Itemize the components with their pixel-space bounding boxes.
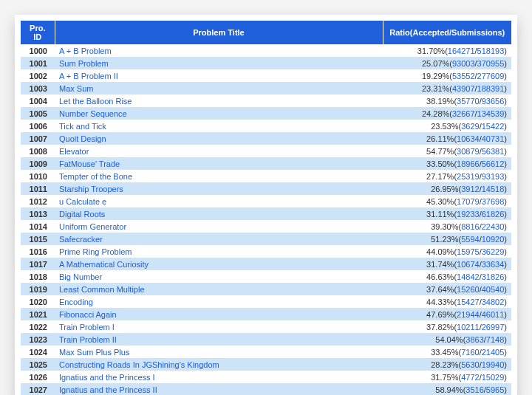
submissions-link[interactable]: 370955 (477, 59, 505, 68)
submissions-link[interactable]: 26997 (482, 323, 505, 332)
accepted-link[interactable]: 30879 (457, 147, 480, 156)
accepted-link[interactable]: 21944 (457, 310, 480, 319)
problem-link[interactable]: Max Sum (59, 84, 93, 93)
accepted-link[interactable]: 15260 (457, 285, 480, 294)
problem-link[interactable]: Safecracker (59, 235, 103, 244)
problem-link[interactable]: Number Sequence (59, 109, 127, 118)
submissions-link[interactable]: 93193 (482, 172, 505, 181)
accepted-link[interactable]: 15427 (457, 298, 480, 306)
accepted-link[interactable]: 8816 (461, 222, 479, 231)
accepted-link[interactable]: 19233 (457, 210, 480, 219)
submissions-link[interactable]: 21405 (482, 348, 505, 357)
accepted-link[interactable]: 15975 (457, 247, 480, 256)
accepted-link[interactable]: 3912 (461, 185, 479, 193)
accepted-link[interactable]: 3863 (466, 335, 483, 344)
submissions-link[interactable]: 15029 (482, 373, 505, 382)
accepted-link[interactable]: 164271 (448, 47, 475, 55)
submissions-link[interactable]: 56612 (482, 159, 505, 168)
submissions-link[interactable]: 40731 (482, 134, 505, 143)
col-header-id[interactable]: Pro. ID (21, 21, 55, 44)
submissions-link[interactable]: 188391 (477, 84, 505, 93)
submissions-link[interactable]: 277609 (477, 72, 505, 80)
problem-link[interactable]: Ignatius and the Princess I (59, 373, 155, 382)
problem-link[interactable]: Let the Balloon Rise (59, 97, 132, 106)
problem-link[interactable]: Quoit Design (59, 134, 106, 143)
col-header-title[interactable]: Problem Title (55, 21, 383, 44)
submissions-link[interactable]: 61826 (482, 210, 505, 219)
submissions-link[interactable]: 31826 (482, 272, 505, 281)
problem-link[interactable]: A + B Problem (59, 47, 112, 55)
problem-link[interactable]: FatMouse' Trade (59, 159, 120, 168)
submissions-link[interactable]: 33634 (482, 260, 505, 269)
problem-link[interactable]: Big Number (59, 272, 102, 281)
problem-link[interactable]: Train Problem I (59, 323, 115, 332)
problem-link[interactable]: Train Problem II (59, 335, 117, 344)
problem-id: 1013 (21, 207, 55, 220)
submissions-link[interactable]: 40540 (482, 285, 505, 294)
problem-link[interactable]: Encoding (59, 298, 93, 306)
problem-link[interactable]: Least Common Multiple (59, 285, 145, 294)
ratio-cell: 46.63%(14842/31826) (383, 270, 511, 283)
problem-link[interactable]: Prime Ring Problem (59, 247, 132, 256)
problem-link[interactable]: Ignatius and the Princess II (59, 385, 157, 394)
accepted-link[interactable]: 18966 (457, 159, 480, 168)
accepted-link[interactable]: 3516 (466, 385, 483, 394)
problem-link[interactable]: Sum Problem (59, 59, 109, 68)
accepted-link[interactable]: 7160 (461, 348, 479, 357)
problem-link[interactable]: Elevator (59, 147, 89, 156)
accepted-link[interactable]: 10634 (457, 134, 480, 143)
table-row: 1012u Calculate e45.30%(17079/37698) (21, 195, 511, 207)
accepted-link[interactable]: 93003 (452, 59, 475, 68)
accepted-link[interactable]: 25319 (457, 172, 480, 181)
problem-link[interactable]: Starship Troopers (59, 185, 123, 193)
accepted-link[interactable]: 43907 (452, 84, 475, 93)
problem-table: Pro. ID Problem Title Ratio(Accepted/Sub… (21, 21, 511, 395)
problem-link[interactable]: Tempter of the Bone (59, 172, 132, 181)
submissions-link[interactable]: 22430 (482, 222, 505, 231)
problem-link[interactable]: Digital Roots (59, 210, 105, 219)
submissions-link[interactable]: 34802 (482, 298, 505, 306)
accepted-link[interactable]: 10211 (457, 323, 480, 332)
accepted-link[interactable]: 5630 (461, 360, 479, 369)
ratio-cell: 25.07%(93003/370955) (383, 57, 511, 69)
accepted-link[interactable]: 14842 (457, 272, 480, 281)
submissions-link[interactable]: 93656 (482, 97, 505, 106)
submissions-link[interactable]: 56381 (482, 147, 505, 156)
problem-link[interactable]: Constructing Roads In JGShining's Kingdo… (59, 360, 219, 369)
submissions-link[interactable]: 10920 (482, 235, 505, 244)
submissions-link[interactable]: 37698 (482, 197, 505, 206)
ratio-cell: 37.82%(10211/26997) (383, 320, 511, 333)
table-row: 1017A Mathematical Curiosity31.74%(10674… (21, 258, 511, 270)
submissions-link[interactable]: 46011 (482, 310, 505, 319)
problem-link[interactable]: Fibonacci Again (59, 310, 117, 319)
submissions-link[interactable]: 134539 (477, 109, 505, 118)
submissions-link[interactable]: 36229 (482, 247, 505, 256)
problem-link[interactable]: Tick and Tick (59, 122, 106, 131)
problem-id: 1012 (21, 195, 55, 207)
col-header-ratio[interactable]: Ratio(Accepted/Submissions) (383, 21, 511, 44)
accepted-link[interactable]: 35770 (457, 97, 480, 106)
submissions-link[interactable]: 7148 (486, 335, 504, 344)
accepted-link[interactable]: 5594 (461, 235, 479, 244)
problem-id: 1019 (21, 283, 55, 295)
problem-link[interactable]: A + B Problem II (59, 72, 118, 80)
submissions-link[interactable]: 19940 (482, 360, 505, 369)
accepted-link[interactable]: 4772 (461, 373, 479, 382)
accepted-link[interactable]: 32667 (452, 109, 475, 118)
problem-link[interactable]: Uniform Generator (59, 222, 126, 231)
submissions-link[interactable]: 15422 (482, 122, 505, 131)
submissions-link[interactable]: 518193 (477, 47, 505, 55)
problem-id: 1027 (21, 383, 55, 395)
submissions-link[interactable]: 14518 (482, 185, 505, 193)
submissions-link[interactable]: 5965 (486, 385, 504, 394)
problem-title-cell: Fibonacci Again (55, 308, 383, 320)
ratio-cell: 31.70%(164271/518193) (383, 44, 511, 57)
accepted-link[interactable]: 17079 (457, 197, 480, 206)
problem-link[interactable]: A Mathematical Curiosity (59, 260, 149, 269)
problem-title-cell: Digital Roots (55, 207, 383, 220)
accepted-link[interactable]: 3629 (461, 122, 479, 131)
problem-link[interactable]: Max Sum Plus Plus (59, 348, 129, 357)
problem-link[interactable]: u Calculate e (59, 197, 106, 206)
accepted-link[interactable]: 10674 (457, 260, 480, 269)
accepted-link[interactable]: 53552 (452, 72, 475, 80)
